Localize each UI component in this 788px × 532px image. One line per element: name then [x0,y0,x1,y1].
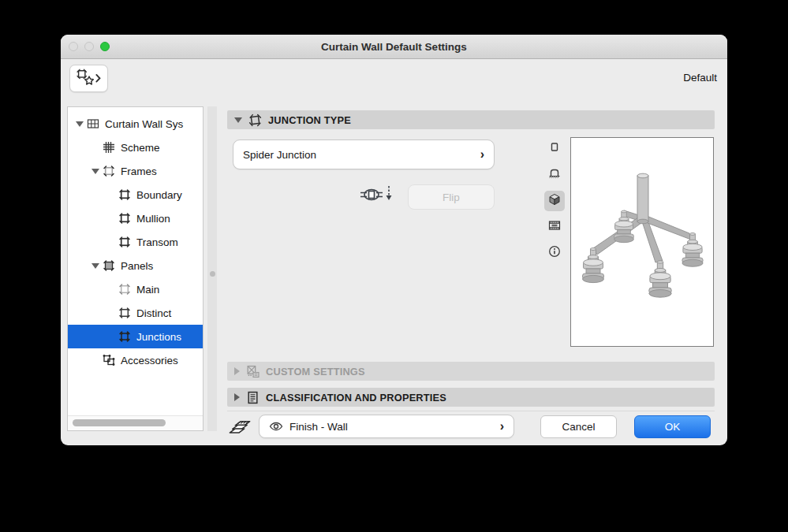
cancel-button-label: Cancel [562,421,595,433]
panel-splitter[interactable] [207,106,217,431]
disclosure-spacer [106,330,118,343]
tree-item-junctions[interactable]: Junctions [68,325,203,348]
cube-3d-icon [548,193,561,209]
tree-item-scheme[interactable]: Scheme [68,136,203,159]
disclosure-triangle-icon[interactable] [74,117,87,130]
frame-outline-icon [103,165,115,177]
minimize-window-button[interactable] [84,42,94,51]
window-title: Curtain Wall Default Settings [321,41,467,53]
tree-item-label: Frames [121,166,157,177]
tree-item-label: Boundary [136,189,182,201]
frame-icon [118,188,131,201]
title-bar[interactable]: Curtain Wall Default Settings [61,35,727,59]
film-icon [548,219,561,235]
tree-item-label: Transom [136,236,178,248]
expand-triangle-icon [234,367,240,375]
classification-document-icon [246,391,260,404]
flip-button-label: Flip [443,192,460,203]
disclosure-triangle-icon[interactable] [90,165,103,177]
expand-triangle-icon [234,393,240,401]
zoom-window-button[interactable] [100,42,110,51]
chevron-right-icon: › [480,148,484,161]
view-3d-button[interactable] [544,191,565,211]
flip-button[interactable]: Flip [408,184,495,210]
classification-section-header[interactable]: CLASSIFICATION AND PROPERTIES [227,388,715,407]
tree-item-accessories[interactable]: Accessories [68,348,203,372]
tree-item-curtain-wall-sys[interactable]: Curtain Wall Sys [68,112,203,136]
disclosure-triangle-icon[interactable] [90,259,103,272]
info-icon [548,245,561,261]
frame-icon [118,236,131,248]
disclosure-spacer [90,354,103,366]
tree-item-boundary[interactable]: Boundary [68,183,203,206]
tree-item-main[interactable]: Main [68,277,203,301]
preview-mode-strip [543,139,566,269]
splitter-handle[interactable] [210,271,215,277]
tree-item-distinct[interactable]: Distinct [68,301,203,325]
junction-icon [118,330,131,343]
section-title: CUSTOM SETTINGS [266,366,365,378]
eye-icon [269,421,283,432]
tree-item-label: Accessories [121,355,178,366]
tree-item-label: Main [136,284,159,296]
favorite-name-label: Default [683,59,717,96]
tree-panel: Curtain Wall SysSchemeFramesBoundaryMull… [67,106,204,431]
junction-3d-preview[interactable] [570,137,714,347]
tree-item-mullion[interactable]: Mullion [68,206,203,230]
scheme-grid-icon [103,141,115,154]
panel-dark-icon [118,307,131,319]
cancel-button[interactable]: Cancel [540,415,617,438]
disclosure-spacer [106,212,118,225]
chevron-right-icon: › [500,420,504,433]
tree-item-transom[interactable]: Transom [68,230,203,254]
junction-frame-icon [248,113,262,127]
tree-item-label: Distinct [136,307,171,319]
accessories-icon [103,354,115,366]
disclosure-spacer [90,141,103,154]
tree-horizontal-scrollbar[interactable] [68,415,203,430]
section-title: CLASSIFICATION AND PROPERTIES [266,392,446,404]
layer-dropdown[interactable]: Finish - Wall › [259,415,514,438]
dialog-toolbar: Default [61,59,727,96]
panel-light-icon [118,283,131,296]
elevation-icon [548,167,561,183]
tree-item-label: Mullion [136,213,170,225]
disclosure-spacer [106,307,118,319]
elevation-view-button[interactable] [544,165,565,185]
tree-item-frames[interactable]: Frames [68,159,203,183]
curtain-wall-settings-dialog: Curtain Wall Default Settings Default Cu… [61,35,727,445]
junction-type-dropdown[interactable]: Spider Junction › [233,140,495,169]
layer-value: Finish - Wall [289,421,348,433]
footer-divider [227,411,715,411]
panel-filled-icon [103,259,115,272]
tree-item-label: Junctions [136,331,181,343]
custom-settings-icon [246,365,260,378]
layers-icon [228,416,252,440]
collapse-triangle-icon [234,117,242,123]
symbol-2d-icon [548,141,561,157]
tree-item-panels[interactable]: Panels [68,254,203,277]
symbol-2d-view-button[interactable] [544,139,565,159]
ok-button-label: OK [665,421,681,433]
disclosure-spacer [106,283,118,296]
favorites-button[interactable] [69,65,108,92]
tree-item-label: Panels [121,260,153,272]
junction-type-value: Spider Junction [243,149,316,161]
scrollbar-thumb[interactable] [73,419,166,426]
favorites-star-icon [77,69,101,89]
ok-button[interactable]: OK [634,415,711,438]
tree-item-label: Curtain Wall Sys [105,118,183,130]
traffic-lights [69,42,110,51]
section-title: JUNCTION TYPE [268,114,351,126]
flip-junction-icon [359,184,395,209]
frame-icon [118,212,131,225]
tree-item-label: Scheme [121,142,160,154]
preview-picture-button[interactable] [544,217,565,237]
junction-type-section-header[interactable]: JUNCTION TYPE [227,110,715,129]
info-button[interactable] [544,243,565,263]
close-window-button[interactable] [69,42,78,51]
disclosure-spacer [106,236,118,248]
custom-settings-section-header[interactable]: CUSTOM SETTINGS [227,362,715,381]
curtain-wall-system-icon [87,117,99,130]
settings-tree: Curtain Wall SysSchemeFramesBoundaryMull… [68,112,203,372]
